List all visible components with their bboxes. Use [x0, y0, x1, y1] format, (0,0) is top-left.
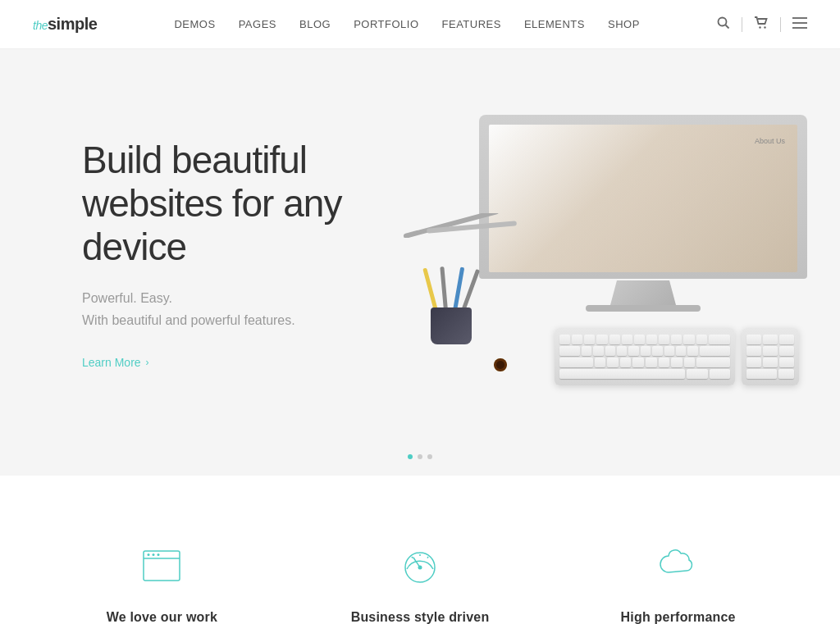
- indicator-2[interactable]: [418, 454, 422, 459]
- key: [659, 335, 669, 344]
- keyboard-main: [555, 328, 735, 385]
- speedometer-icon: [395, 541, 445, 590]
- key: [746, 369, 777, 379]
- key: [584, 335, 595, 344]
- key: [596, 335, 607, 344]
- key: [609, 335, 620, 344]
- logo-the: the: [33, 19, 48, 32]
- key: [696, 358, 730, 367]
- main-nav: DEMOS PAGES BLOG PORTFOLIO FEATURES ELEM…: [174, 18, 639, 30]
- key: [559, 346, 580, 356]
- feature-business-title: Business style driven: [324, 610, 517, 624]
- svg-point-3: [764, 26, 765, 28]
- header-icons: [717, 16, 807, 33]
- key: [746, 335, 761, 344]
- key: [671, 358, 682, 367]
- keyboard-numpad: [742, 328, 799, 385]
- stylus-pens: [402, 213, 550, 241]
- key: [593, 346, 603, 356]
- key: [687, 346, 697, 356]
- monitor-stand: [610, 280, 676, 305]
- key: [779, 335, 794, 344]
- svg-point-2: [759, 26, 760, 28]
- cart-icon[interactable]: [754, 16, 769, 33]
- key: [696, 335, 707, 344]
- nav-divider-2: [780, 17, 781, 32]
- key: [671, 335, 682, 344]
- feature-performance-title: High performance: [582, 610, 774, 624]
- key: [763, 358, 778, 367]
- key: [700, 346, 730, 356]
- hero-title: Build beautiful websites for any device: [82, 139, 377, 269]
- header: thesimple DEMOS PAGES BLOG PORTFOLIO FEA…: [0, 0, 840, 49]
- svg-point-14: [496, 361, 504, 369]
- key: [572, 335, 582, 344]
- key: [659, 358, 670, 367]
- screen-content: About Us: [755, 137, 785, 145]
- key: [632, 358, 644, 367]
- key: [664, 346, 674, 356]
- key: [746, 346, 761, 356]
- key: [779, 346, 794, 356]
- svg-point-20: [153, 553, 155, 556]
- browser-icon: [137, 541, 186, 590]
- key: [641, 346, 651, 356]
- features-section: We love our work We have worked hard to …: [0, 476, 840, 624]
- hero-section: Build beautiful websites for any device …: [0, 49, 840, 476]
- key: [746, 358, 761, 367]
- svg-point-19: [148, 553, 150, 556]
- key: [605, 346, 615, 356]
- key: [628, 346, 638, 356]
- pencil-cup: [431, 307, 472, 344]
- key: [763, 335, 778, 344]
- key: [710, 369, 731, 379]
- search-icon[interactable]: [717, 16, 730, 33]
- key: [559, 358, 593, 367]
- monitor-body: About Us: [479, 115, 807, 279]
- nav-elements[interactable]: ELEMENTS: [524, 18, 585, 30]
- svg-line-25: [427, 557, 428, 558]
- indicator-1[interactable]: [408, 454, 413, 459]
- key: [687, 369, 708, 379]
- svg-point-0: [718, 17, 726, 25]
- feature-business: Business style driven The Simple Busines…: [291, 541, 550, 624]
- svg-line-1: [725, 25, 728, 28]
- key: [559, 335, 570, 344]
- sunflower-decoration: [484, 348, 517, 381]
- cloud-icon: [654, 541, 703, 590]
- key: [582, 346, 591, 356]
- key: [622, 335, 632, 344]
- feature-work-title: We love our work: [66, 610, 258, 624]
- nav-blog[interactable]: BLOG: [299, 18, 331, 30]
- key: [779, 358, 794, 367]
- spacebar: [559, 369, 685, 379]
- feature-performance: High performance So we offer a theme tai…: [549, 541, 807, 624]
- key: [652, 346, 662, 356]
- svg-point-21: [158, 553, 160, 556]
- hero-image-area: About Us: [377, 98, 807, 410]
- key: [620, 358, 632, 367]
- key: [763, 346, 778, 356]
- key: [646, 335, 657, 344]
- nav-shop[interactable]: SHOP: [608, 18, 640, 30]
- arrow-icon: ›: [146, 357, 149, 368]
- monitor-base: [586, 305, 701, 312]
- indicator-3[interactable]: [427, 454, 432, 459]
- menu-icon[interactable]: [792, 17, 807, 32]
- monitor-screen: About Us: [489, 125, 797, 272]
- logo-simple: simple: [48, 15, 97, 33]
- nav-divider: [742, 17, 742, 32]
- nav-demos[interactable]: DEMOS: [174, 18, 215, 30]
- key: [778, 369, 794, 379]
- nav-pages[interactable]: PAGES: [239, 18, 276, 30]
- hero-indicators: [408, 454, 432, 459]
- nav-portfolio[interactable]: PORTFOLIO: [354, 18, 418, 30]
- nav-features[interactable]: FEATURES: [442, 18, 501, 30]
- hero-subtitle: Powerful. Easy. With beautiful and power…: [82, 287, 377, 331]
- pencils-decoration: [427, 279, 476, 344]
- key: [684, 358, 696, 367]
- keyboard-area: [555, 328, 799, 385]
- logo[interactable]: thesimple: [33, 15, 97, 34]
- learn-more-link[interactable]: Learn More ›: [82, 356, 149, 369]
- key: [676, 346, 686, 356]
